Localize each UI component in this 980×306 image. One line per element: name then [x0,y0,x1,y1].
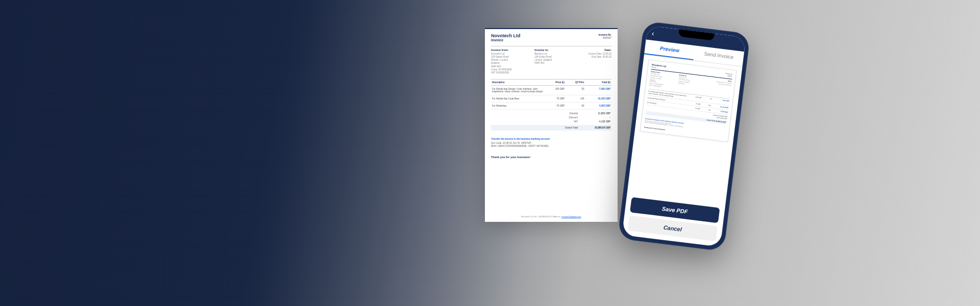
footer-email-link[interactable]: novotech@gmail.com [561,215,581,218]
col-description: Description [491,79,545,85]
from-label: Invoice from: [491,48,524,52]
table-row: For Mobile App Design / User interface, … [491,85,611,95]
subtotal-label: Subtotal [552,112,578,115]
date-label: Date: [578,48,611,52]
due-date: Due Date: 30.05.22 [578,56,611,59]
phone-screen: ‹ Preview Send Invoice Novotech Ltd Invo… [622,26,746,247]
col-qty: QTY/hrs [566,79,585,85]
invoice-number-label: Invoice Nr. [599,33,611,36]
transfer-info: Transfer the amount to the business bank… [491,138,611,149]
grand-total-label: Grand Total [552,126,578,129]
vat-label: VAT [552,120,578,123]
line-items-table: Description Price (£) QTY/hrs Total (£) … [491,79,611,110]
col-total: Total (£) [585,79,612,85]
to-address: 139 Dollon Road London, England NW4 4NJ [534,56,568,65]
thanks-text: Thank you for your business! [491,156,611,159]
from-address: 129 Station Road Hendon, London England … [491,56,524,75]
transfer-details: Sort Code: 10-08-23, Acc Nr: 34537187, I… [491,142,611,149]
invoice-document: Novotech Ltd Invoice Invoice Nr. #34567 … [485,28,618,222]
discount-value: - [585,116,610,119]
table-row: For Marketing 70 GBP 60 4,200 GBP [491,102,611,109]
invoice-preview-thumbnail: Novotech Ltd Invoice Invoice Nr. #34567 … [640,59,737,142]
totals-block: Subtotal21,850 GBP Discount- VAT4,130 GB… [491,112,611,131]
preview-area: Novotech Ltd Invoice Invoice Nr. #34567 … [634,55,743,147]
table-row: For Mobile App Code Bass 70 GBP 145 10,1… [491,95,611,102]
discount-label: Discount [552,116,578,119]
invoice-meta: Invoice from: Novotech Ltd 129 Station R… [491,46,611,75]
invoice-top-rule [485,28,618,29]
col-price: Price (£) [545,79,566,85]
back-icon[interactable]: ‹ [651,29,655,37]
to-label: Invoice to: [534,48,568,52]
grand-total-value: 25,980.00 GBP [585,126,610,129]
company-name: Novotech Ltd [491,33,521,38]
invoice-footer: Novotech Ltd Tel: +447865432217 Address,… [485,215,618,218]
transfer-heading: Transfer the amount to the business bank… [491,138,611,140]
subtotal-value: 21,850 GBP [585,112,610,115]
doc-type: Invoice [491,38,521,42]
invoice-number: #34567 [599,36,611,39]
vat-value: 4,130 GBP [585,120,610,123]
invoice-header: Novotech Ltd Invoice Invoice Nr. #34567 [491,33,611,42]
